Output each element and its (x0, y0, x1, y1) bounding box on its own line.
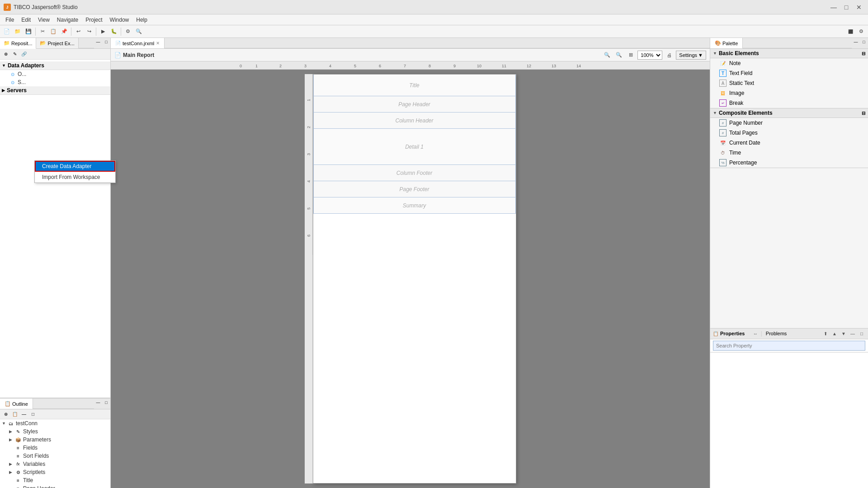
close-button[interactable]: ✕ (854, 2, 864, 13)
toolbar-open[interactable]: 📁 (13, 27, 23, 37)
outline-parameters[interactable]: ▶ 📦 Parameters (0, 436, 110, 444)
data-adapters-header[interactable]: ▼ Data Adapters (0, 61, 110, 70)
palette-minimize-btn[interactable]: — (852, 38, 860, 46)
panel-minimize-button[interactable]: — (94, 38, 102, 46)
report-print[interactable]: 🖨 (664, 50, 674, 60)
editor-area: 📄 testConn.jrxml ✕ 📄 Main Report 🔍 🔍 ⊞ 1… (111, 38, 710, 488)
palette-tabs: 🎨 Palette — □ (710, 38, 868, 49)
outline-fields-icon: ≡ (14, 444, 22, 451)
outline-styles[interactable]: ▶ ✎ Styles (0, 427, 110, 436)
toolbar-settings2[interactable]: ⚙ (856, 27, 866, 37)
palette-note[interactable]: 📝 Note (710, 58, 868, 68)
outline-variables[interactable]: ▶ fx Variables (0, 460, 110, 468)
report-zoom-out[interactable]: 🔍 (602, 50, 612, 60)
main-layout: 📁 Reposit... 📂 Project Ex... — □ ⊕ ✎ 🔗 (0, 38, 868, 488)
menu-file[interactable]: File (2, 16, 18, 24)
palette-maximize-btn[interactable]: □ (860, 38, 868, 46)
palette-time[interactable]: ⏱ Time (710, 148, 868, 158)
toolbar-save[interactable]: 💾 (24, 27, 33, 37)
zoom-select[interactable]: 100% 50% 75% 125% 150% 200% (637, 51, 662, 60)
menu-help[interactable]: Help (132, 16, 151, 24)
props-tab-problems[interactable]: Problems (764, 331, 788, 336)
props-export-btn[interactable]: ⬆ (822, 330, 829, 337)
report-fit[interactable]: ⊞ (626, 50, 636, 60)
toolbar-cut[interactable]: ✂ (38, 27, 47, 37)
palette-basic-items: 📝 Note T Text Field A Static Text 🖼 Imag… (710, 58, 868, 108)
top-left-panel: 📁 Reposit... 📂 Project Ex... — □ ⊕ ✎ 🔗 (0, 38, 110, 398)
editor-tabs: 📄 testConn.jrxml ✕ (111, 38, 710, 49)
toolbar-redo[interactable]: ↪ (84, 27, 94, 37)
panel-maximize-button[interactable]: □ (102, 38, 110, 46)
props-minimize-btn[interactable]: — (849, 330, 856, 337)
menu-project[interactable]: Project (82, 16, 106, 24)
edit-button[interactable]: ✎ (11, 50, 19, 58)
toolbar-paste[interactable]: 📌 (59, 27, 69, 37)
props-down-btn[interactable]: ▼ (840, 330, 847, 337)
outline-scripts-arrow: ▶ (9, 470, 14, 474)
da2-label: S... (18, 79, 26, 85)
minimize-button[interactable]: — (828, 2, 839, 13)
toolbar-extra2[interactable]: 🔍 (134, 27, 144, 37)
toolbar-debug[interactable]: 🐛 (109, 27, 119, 37)
palette-text-field[interactable]: T Text Field (710, 68, 868, 78)
tab-outline[interactable]: 📋 Outline (0, 399, 33, 409)
toolbar-undo[interactable]: ↩ (73, 27, 83, 37)
editor-tab-close[interactable]: ✕ (156, 41, 160, 46)
outline-layout-button[interactable]: □ (29, 410, 37, 418)
palette-composite-header[interactable]: ▼ Composite Elements ⊟ (710, 108, 868, 118)
editor-tab-testconn[interactable]: 📄 testConn.jrxml ✕ (111, 38, 165, 48)
outline-title[interactable]: ≡ Title (0, 476, 110, 484)
app-title: TIBCO Jaspersoft® Studio (14, 4, 828, 10)
outline-root[interactable]: ▼ 🗂 testConn (0, 419, 110, 427)
menu-view[interactable]: View (34, 16, 53, 24)
tab-repository[interactable]: 📁 Reposit... (0, 38, 36, 49)
outline-pageheader[interactable]: ≡ Page Header (0, 484, 110, 488)
palette-current-date[interactable]: 📅 Current Date (710, 138, 868, 148)
toolbar-copy[interactable]: 📋 (48, 27, 58, 37)
new-adapter-button[interactable]: ⊕ (2, 50, 10, 58)
toolbar-palette-toggle[interactable]: ⬛ (845, 27, 855, 37)
outline-sep-button[interactable]: — (20, 410, 28, 418)
menu-edit[interactable]: Edit (18, 16, 34, 24)
outline-copy-button[interactable]: 📋 (11, 410, 19, 418)
palette-basic-header[interactable]: ▼ Basic Elements ⊟ (710, 49, 868, 58)
settings-button[interactable]: Settings ▼ (676, 51, 706, 60)
props-up-btn[interactable]: ▲ (831, 330, 838, 337)
tab-project-explorer[interactable]: 📂 Project Ex... (36, 38, 78, 48)
outline-scriptlets[interactable]: ▶ ⚙ Scriptlets (0, 468, 110, 476)
palette-total-pages[interactable]: # Total Pages (710, 128, 868, 138)
outline-fields[interactable]: ≡ Fields (0, 444, 110, 452)
composite-collapse-icon: ⊟ (862, 111, 865, 116)
palette-image-label: Image (729, 90, 744, 96)
data-adapters-label: Data Adapters (8, 62, 44, 69)
palette-image[interactable]: 🖼 Image (710, 88, 868, 98)
editor-tab-icon: 📄 (115, 41, 121, 46)
menu-window[interactable]: Window (106, 16, 133, 24)
palette-static-text[interactable]: A Static Text (710, 78, 868, 88)
tree-item-da1[interactable]: ⊙ O... (0, 70, 110, 78)
report-zoom-in[interactable]: 🔍 (614, 50, 624, 60)
maximize-button[interactable]: □ (841, 2, 852, 13)
outline-expand-button[interactable]: ⊕ (2, 410, 10, 418)
props-maximize-btn[interactable]: □ (858, 330, 865, 337)
toolbar-new[interactable]: 📄 (2, 27, 12, 37)
property-search-input[interactable] (713, 341, 865, 351)
servers-header[interactable]: ▶ Servers (0, 86, 110, 95)
context-menu-import-workspace[interactable]: Import From Workspace (35, 172, 110, 183)
svg-text:1: 1 (255, 64, 258, 68)
menu-navigate[interactable]: Navigate (53, 16, 82, 24)
props-sync-btn[interactable]: ↔ (752, 330, 759, 337)
tree-item-da2[interactable]: ⊙ S... (0, 78, 110, 86)
toolbar-extra1[interactable]: ⚙ (123, 27, 133, 37)
outline-sortfields[interactable]: ≡ Sort Fields (0, 452, 110, 460)
outline-minimize-button[interactable]: — (94, 399, 102, 407)
link-button[interactable]: 🔗 (20, 50, 28, 58)
palette-break[interactable]: ↵ Break (710, 98, 868, 108)
outline-maximize-button[interactable]: □ (102, 399, 110, 407)
servers-arrow: ▶ (2, 88, 5, 93)
palette-percentage[interactable]: % Percentage (710, 158, 868, 168)
tab-palette[interactable]: 🎨 Palette (710, 38, 743, 48)
context-menu-create-adapter[interactable]: Create Data Adapter (35, 161, 110, 172)
toolbar-run[interactable]: ▶ (98, 27, 108, 37)
palette-page-number[interactable]: # Page Number (710, 118, 868, 128)
